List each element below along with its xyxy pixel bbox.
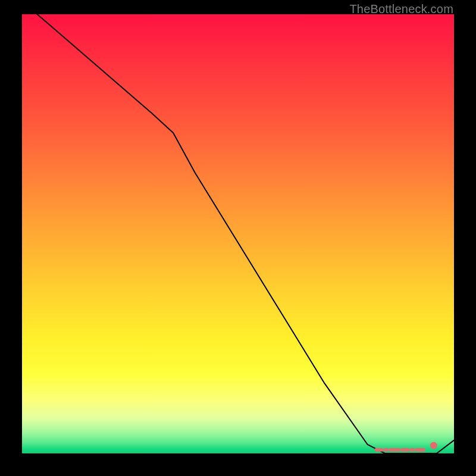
- plot-area: [22, 14, 454, 453]
- chart-frame: TheBottleneck.com: [0, 0, 476, 476]
- chart-overlay: [22, 14, 454, 453]
- markers: [376, 442, 437, 450]
- curve-line: [22, 14, 454, 453]
- marker-dot: [430, 442, 437, 449]
- attribution-text: TheBottleneck.com: [349, 2, 453, 16]
